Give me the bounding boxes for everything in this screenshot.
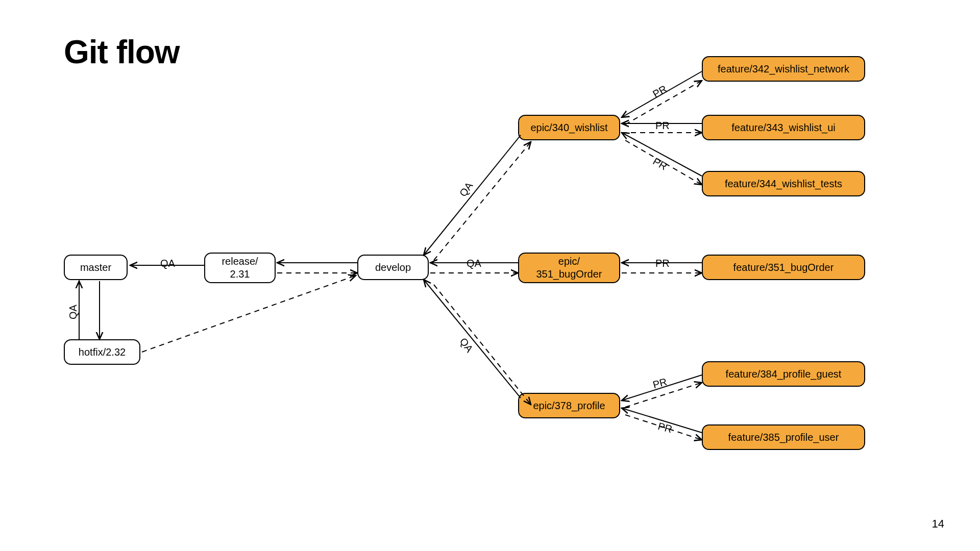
label-pr-344: PR — [649, 155, 671, 174]
label-pr-bugorder: PR — [653, 258, 672, 269]
label-qa-release-master: QA — [158, 258, 177, 269]
node-feat-342: feature/342_wishlist_network — [702, 56, 865, 82]
diagram-title: Git flow — [64, 33, 180, 71]
label-pr-wishlist-ui: PR — [653, 120, 672, 132]
node-epic-wishlist: epic/340_wishlist — [518, 115, 620, 140]
node-develop: develop — [357, 255, 429, 280]
svg-line-10 — [424, 280, 521, 398]
svg-line-6 — [424, 135, 521, 255]
label-pr-384: PR — [650, 375, 671, 391]
node-master: master — [64, 255, 128, 280]
node-release: release/ 2.31 — [204, 253, 276, 283]
svg-line-7 — [434, 142, 531, 260]
node-feat-343: feature/343_wishlist_ui — [702, 115, 865, 140]
label-pr-342: PR — [649, 82, 671, 102]
svg-line-11 — [434, 285, 531, 405]
label-qa-develop-bugorder: QA — [464, 258, 483, 269]
node-feat-385: feature/385_profile_user — [702, 424, 865, 450]
label-qa-develop-profile: QA — [456, 334, 476, 356]
label-qa-master-hotfix: QA — [67, 303, 79, 321]
node-hotfix: hotfix/2.32 — [64, 339, 140, 365]
node-feat-344: feature/344_wishlist_tests — [702, 171, 865, 196]
svg-line-3 — [142, 276, 356, 352]
node-feat-384: feature/384_profile_guest — [702, 361, 865, 387]
node-epic-profile: epic/378_profile — [518, 393, 620, 418]
node-epic-bugorder: epic/ 351_bugOrder — [518, 253, 620, 283]
label-pr-385: PR — [655, 420, 676, 436]
label-qa-develop-wishlist: QA — [456, 179, 476, 201]
node-feat-351: feature/351_bugOrder — [702, 255, 865, 280]
page-number: 14 — [932, 517, 944, 531]
